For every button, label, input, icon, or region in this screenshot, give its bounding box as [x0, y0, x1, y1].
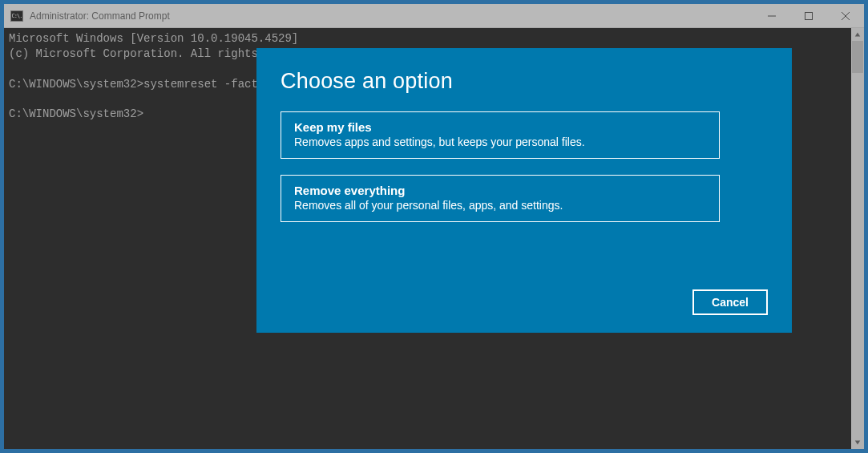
- option-description: Removes all of your personal files, apps…: [294, 199, 706, 212]
- cancel-button[interactable]: Cancel: [692, 289, 768, 315]
- option-description: Removes apps and settings, but keeps you…: [294, 135, 706, 148]
- system-reset-dialog: Choose an option Keep my files Removes a…: [256, 48, 792, 333]
- option-title: Remove everything: [294, 184, 706, 197]
- option-remove-everything[interactable]: Remove everything Removes all of your pe…: [281, 175, 720, 222]
- dialog-title: Choose an option: [281, 69, 768, 94]
- option-title: Keep my files: [294, 120, 706, 134]
- dialog-footer: Cancel: [281, 289, 768, 315]
- option-keep-my-files[interactable]: Keep my files Removes apps and settings,…: [281, 111, 720, 159]
